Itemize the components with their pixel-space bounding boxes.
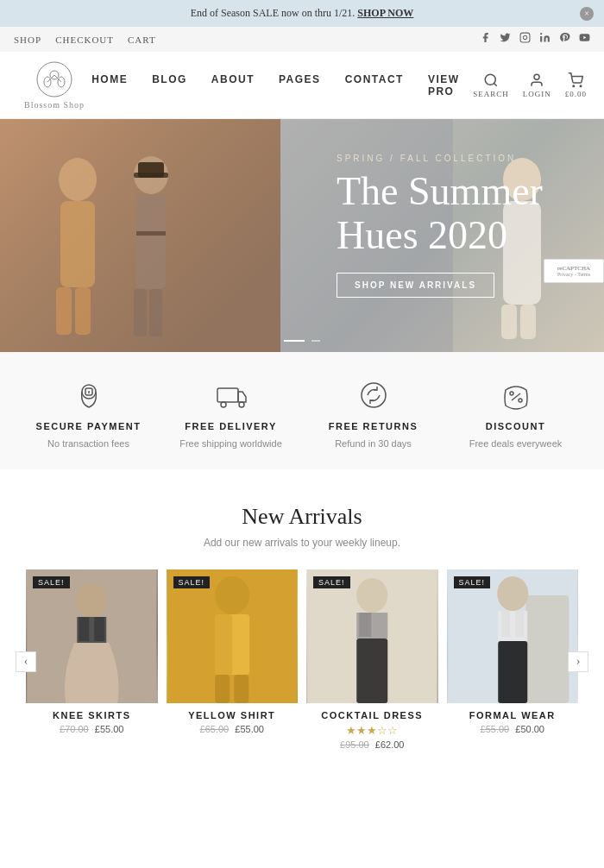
free-delivery-title: FREE DELIVERY xyxy=(185,421,277,431)
recaptcha-subtext: Privacy - Terms xyxy=(557,272,590,277)
hero-dot-1[interactable] xyxy=(284,340,305,342)
free-returns-title: FREE RETURNS xyxy=(329,421,418,431)
feature-free-delivery: FREE DELIVERY Free shipping worldwide xyxy=(171,376,292,449)
nav-about[interactable]: ABOUT xyxy=(211,73,255,97)
nav-pages[interactable]: PAGES xyxy=(279,73,321,97)
facebook-icon[interactable] xyxy=(480,32,491,47)
svg-rect-65 xyxy=(515,611,524,637)
svg-rect-47 xyxy=(94,617,104,641)
recaptcha-badge: reCAPTCHA Privacy - Terms xyxy=(544,259,604,283)
nav-home[interactable]: HOME xyxy=(91,73,128,97)
svg-rect-0 xyxy=(520,33,530,42)
hero-left-figure xyxy=(0,119,280,352)
sale-badge-knee-skirts: SALE! xyxy=(33,576,70,588)
svg-rect-51 xyxy=(215,614,232,675)
product-card-formal-wear[interactable]: SALE! FORMAL WEAR £55.00 £50.00 xyxy=(447,569,579,753)
product-old-price-yellow-shirt: £65.00 xyxy=(200,724,230,734)
svg-rect-36 xyxy=(217,388,238,402)
svg-point-2 xyxy=(540,33,542,35)
product-stars-cocktail-dress: ★★★☆☆ xyxy=(310,724,435,738)
recaptcha-text: reCAPTCHA xyxy=(557,265,590,272)
top-nav-cart[interactable]: CART xyxy=(128,35,156,45)
nav-blog[interactable]: BLOG xyxy=(152,73,187,97)
svg-rect-57 xyxy=(356,638,387,703)
product-card-yellow-shirt[interactable]: SALE! YELLOW SHIRT £65.00 £55.00 xyxy=(167,569,299,753)
top-nav-checkout[interactable]: CHECKOUT xyxy=(55,35,114,45)
discount-icon xyxy=(497,376,535,414)
products-row: SALE! KNEE SKIRTS £70.00 £55.00 xyxy=(26,569,578,753)
svg-point-38 xyxy=(239,402,244,407)
products-next-button[interactable]: › xyxy=(568,651,588,672)
hero-cta-button[interactable]: SHOP NEW ARRIVALS xyxy=(337,273,494,298)
youtube-icon[interactable] xyxy=(579,32,590,47)
announcement-close[interactable]: × xyxy=(580,7,594,21)
hero-section: SPRING / FALL COLLECTION The Summer Hues… xyxy=(0,119,604,352)
hero-left-image xyxy=(0,119,280,352)
free-returns-icon xyxy=(355,376,393,414)
svg-rect-22 xyxy=(138,162,164,178)
svg-rect-31 xyxy=(520,305,536,339)
search-button[interactable]: SEARCH xyxy=(473,72,509,98)
top-nav-shop[interactable]: SHOP xyxy=(14,35,41,45)
free-delivery-icon xyxy=(212,376,250,414)
search-icon xyxy=(483,72,499,88)
login-button[interactable]: LOGIN xyxy=(523,72,551,98)
svg-rect-24 xyxy=(134,289,147,337)
cart-button[interactable]: £0.00 xyxy=(565,72,587,98)
cocktail-dress-figure xyxy=(306,569,438,703)
product-info-yellow-shirt: YELLOW SHIRT £65.00 £55.00 xyxy=(167,703,299,738)
knee-skirts-figure xyxy=(26,569,158,703)
secure-payment-desc: No transaction fees xyxy=(47,438,129,449)
product-prices-yellow-shirt: £65.00 £55.00 xyxy=(170,724,295,734)
product-old-price-formal-wear: £55.00 xyxy=(481,724,510,734)
new-arrivals-subtitle: Add our new arrivals to your weekly line… xyxy=(26,537,578,549)
svg-rect-17 xyxy=(60,201,95,287)
cart-label: £0.00 xyxy=(565,90,587,98)
announcement-bar: End of Season SALE now on thru 1/21. SHO… xyxy=(0,0,604,27)
hero-content: SPRING / FALL COLLECTION The Summer Hues… xyxy=(337,154,578,298)
product-name-formal-wear: FORMAL WEAR xyxy=(450,710,576,720)
product-old-price-knee-skirts: £70.00 xyxy=(60,724,89,734)
product-card-knee-skirts[interactable]: SALE! KNEE SKIRTS £70.00 £55.00 xyxy=(26,569,158,753)
product-old-price-cocktail-dress: £95.00 xyxy=(340,739,369,750)
svg-rect-60 xyxy=(525,595,569,703)
products-prev-button[interactable]: ‹ xyxy=(16,651,36,672)
product-card-cocktail-dress[interactable]: SALE! COCKTAIL DRESS ★★★☆☆ £95.00 £62.00 xyxy=(306,569,438,753)
product-info-formal-wear: FORMAL WEAR £55.00 £50.00 xyxy=(447,703,579,738)
nav-contact[interactable]: CONTACT xyxy=(345,73,404,97)
new-arrivals-title: New Arrivals xyxy=(26,504,578,530)
product-image-yellow-shirt: SALE! xyxy=(167,569,299,703)
twitter-icon[interactable] xyxy=(500,32,511,47)
svg-point-12 xyxy=(534,74,539,79)
product-prices-cocktail-dress: £95.00 £62.00 xyxy=(310,739,435,750)
product-new-price-formal-wear: £50.00 xyxy=(515,724,544,734)
nav-viewpro[interactable]: VIEW PRO xyxy=(428,73,473,97)
svg-rect-46 xyxy=(79,617,89,641)
logo[interactable]: Blossom Shop xyxy=(17,60,91,110)
product-new-price-yellow-shirt: £55.00 xyxy=(235,724,264,734)
top-nav-links: SHOP CHECKOUT CART xyxy=(14,35,156,45)
svg-point-10 xyxy=(485,74,495,85)
svg-point-44 xyxy=(76,582,107,617)
free-delivery-desc: Free shipping worldwide xyxy=(179,438,282,449)
svg-point-40 xyxy=(510,392,513,395)
secure-payment-icon xyxy=(70,376,108,414)
new-arrivals-section: New Arrivals Add our new arrivals to you… xyxy=(0,469,604,779)
svg-line-11 xyxy=(494,83,496,85)
linkedin-icon[interactable] xyxy=(539,32,551,47)
svg-rect-18 xyxy=(56,287,72,335)
free-returns-desc: Refund in 30 days xyxy=(335,438,412,449)
feature-discount: DISCOUNT Free deals everyweek xyxy=(456,376,576,449)
svg-point-39 xyxy=(362,383,386,407)
instagram-icon[interactable] xyxy=(519,32,531,47)
announcement-link[interactable]: SHOP NOW xyxy=(357,7,413,19)
product-name-cocktail-dress: COCKTAIL DRESS xyxy=(310,710,435,720)
product-new-price-knee-skirts: £55.00 xyxy=(95,724,124,734)
main-header: Blossom Shop HOME BLOG ABOUT PAGES CONTA… xyxy=(0,52,604,119)
product-prices-knee-skirts: £70.00 £55.00 xyxy=(29,724,154,734)
hero-dot-2[interactable] xyxy=(311,340,320,342)
svg-point-61 xyxy=(497,576,528,611)
pinterest-icon[interactable] xyxy=(559,32,570,47)
sale-badge-cocktail-dress: SALE! xyxy=(313,576,350,588)
product-info-knee-skirts: KNEE SKIRTS £70.00 £55.00 xyxy=(26,703,158,738)
